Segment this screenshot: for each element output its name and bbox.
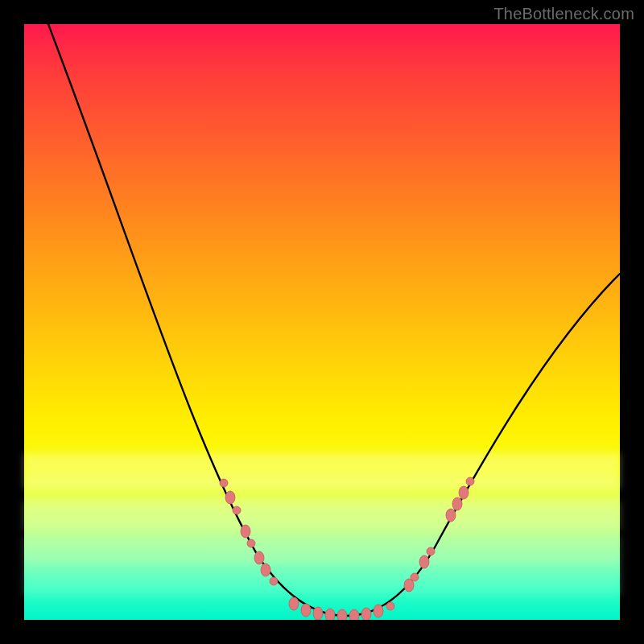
- marker-dot: [261, 564, 270, 576]
- marker-dot: [225, 491, 235, 504]
- watermark-text: TheBottleneck.com: [493, 5, 634, 23]
- bottleneck-curve: [48, 24, 620, 616]
- marker-group-bottom: [289, 597, 394, 620]
- marker-dot: [270, 577, 278, 585]
- marker-dot: [459, 486, 469, 499]
- chart-stage: TheBottleneck.com: [0, 0, 644, 644]
- marker-dot: [233, 506, 241, 514]
- marker-dot: [241, 525, 250, 538]
- marker-dot: [313, 607, 323, 620]
- marker-dot: [220, 479, 228, 487]
- marker-dot: [452, 497, 462, 510]
- marker-dot: [419, 555, 429, 568]
- marker-dot: [361, 608, 371, 620]
- marker-dot: [289, 597, 299, 610]
- plot-area: [24, 24, 620, 620]
- marker-dot: [466, 477, 474, 485]
- marker-dot: [349, 609, 359, 620]
- marker-dot: [254, 551, 264, 564]
- marker-dot: [301, 604, 311, 617]
- marker-dot: [446, 509, 456, 522]
- chart-svg: [24, 24, 620, 620]
- marker-dot: [374, 605, 383, 617]
- marker-dot: [427, 547, 435, 555]
- marker-group-right: [404, 477, 474, 592]
- marker-dot: [386, 602, 394, 610]
- marker-dot: [247, 539, 255, 547]
- marker-dot: [337, 609, 347, 620]
- marker-dot: [325, 609, 335, 620]
- marker-dot: [411, 573, 419, 581]
- marker-group-left: [220, 479, 278, 585]
